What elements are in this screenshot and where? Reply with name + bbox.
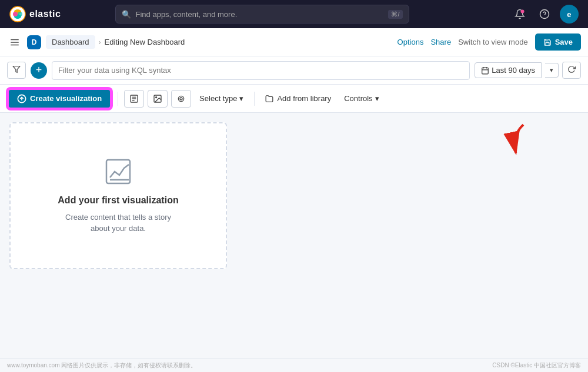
- top-navbar: elastic 🔍 Find apps, content, and more. …: [0, 0, 588, 28]
- search-icon: 🔍: [122, 10, 131, 19]
- secondbar-right-actions: Options Share Switch to view mode Save: [397, 33, 581, 51]
- visualization-placeholder-card: Add your first visualization Create cont…: [9, 122, 227, 269]
- placeholder-description: Create content that tells a storyabout y…: [65, 212, 171, 234]
- image-icon: [153, 94, 162, 103]
- date-dropdown-button[interactable]: ▾: [545, 63, 559, 78]
- text-panel-button[interactable]: [124, 90, 144, 108]
- svg-point-26: [180, 98, 182, 100]
- filter-bar: + Last 90 days ▾: [0, 56, 588, 85]
- dashboard-toolbar: Create visualization: [0, 85, 588, 113]
- date-range-label: Last 90 days: [492, 66, 535, 75]
- breadcrumb-dashboard[interactable]: Dashboard: [46, 35, 95, 49]
- controls-button[interactable]: Controls ▾: [339, 91, 383, 106]
- footer-right-text: CSDN ©Elastic 中国社区官方博客: [492, 361, 581, 370]
- save-button[interactable]: Save: [535, 33, 581, 51]
- dashboard-initial-badge: D: [27, 35, 41, 49]
- links-icon: [176, 94, 186, 103]
- footer-left-text: www.toymoban.com 网络图片仅供展示，非存储，如有侵权请联系删除。: [7, 361, 196, 370]
- date-picker-button[interactable]: Last 90 days: [475, 62, 542, 78]
- svg-point-5: [18, 12, 22, 16]
- create-visualization-button[interactable]: Create visualization: [7, 88, 112, 109]
- breadcrumb: Dashboard › Editing New Dashboard: [46, 35, 185, 49]
- folder-icon: [265, 95, 273, 103]
- svg-rect-13: [482, 68, 489, 74]
- text-panel-icon: [129, 94, 139, 103]
- svg-point-6: [520, 10, 524, 14]
- select-type-button[interactable]: Select type ▾: [195, 91, 248, 106]
- annotation-arrow: [491, 113, 550, 173]
- links-panel-button[interactable]: [171, 90, 191, 108]
- search-kbd: ⌘/: [388, 10, 402, 19]
- elastic-logo: elastic: [9, 6, 61, 22]
- select-type-label: Select type: [199, 94, 237, 103]
- user-avatar[interactable]: e: [560, 5, 579, 24]
- vis-icon: [17, 94, 26, 103]
- calendar-icon: [481, 66, 489, 75]
- date-picker-group: Last 90 days ▾: [475, 62, 581, 79]
- secondary-navbar: D Dashboard › Editing New Dashboard Opti…: [0, 28, 588, 56]
- refresh-icon: [567, 65, 576, 73]
- search-placeholder: Find apps, content, and more.: [136, 10, 238, 19]
- kql-input[interactable]: [52, 61, 470, 80]
- svg-point-25: [178, 96, 183, 101]
- controls-chevron-icon: ▾: [375, 94, 379, 103]
- controls-label: Controls: [344, 94, 372, 103]
- elastic-logo-icon: [9, 6, 26, 22]
- filter-icon: [12, 65, 21, 73]
- bell-icon: [514, 9, 525, 19]
- placeholder-chart-icon: [104, 157, 132, 189]
- main-content: Add your first visualization Create cont…: [0, 113, 588, 358]
- svg-point-24: [156, 96, 157, 98]
- hamburger-menu-button[interactable]: [7, 35, 22, 50]
- switch-view-button[interactable]: Switch to view mode: [458, 38, 528, 46]
- add-from-library-button[interactable]: Add from library: [260, 91, 336, 106]
- create-vis-label: Create visualization: [30, 94, 102, 103]
- toolbar-sep-1: [118, 92, 118, 106]
- svg-marker-12: [13, 66, 20, 73]
- image-panel-button[interactable]: [148, 90, 168, 108]
- share-button[interactable]: Share: [430, 38, 451, 46]
- help-icon: [539, 9, 550, 19]
- help-button[interactable]: [535, 5, 554, 24]
- alerts-button[interactable]: [510, 5, 529, 24]
- toolbar-sep-2: [254, 92, 255, 106]
- svg-point-4: [13, 12, 18, 16]
- add-library-label: Add from library: [277, 94, 331, 103]
- footer: www.toymoban.com 网络图片仅供展示，非存储，如有侵权请联系删除。…: [0, 358, 588, 372]
- select-type-chevron-icon: ▾: [239, 94, 243, 103]
- elastic-wordmark: elastic: [29, 9, 61, 19]
- topbar-right-actions: e: [510, 5, 579, 24]
- global-search-bar[interactable]: 🔍 Find apps, content, and more. ⌘/: [115, 5, 409, 24]
- add-filter-button[interactable]: +: [31, 62, 47, 79]
- refresh-button[interactable]: [562, 62, 581, 79]
- options-button[interactable]: Options: [397, 38, 424, 46]
- placeholder-title: Add your first visualization: [58, 195, 178, 206]
- filter-toggle-button[interactable]: [7, 62, 26, 79]
- menu-icon: [9, 37, 20, 48]
- save-icon: [543, 38, 552, 46]
- breadcrumb-current: Editing New Dashboard: [105, 38, 185, 46]
- breadcrumb-separator: ›: [99, 38, 101, 46]
